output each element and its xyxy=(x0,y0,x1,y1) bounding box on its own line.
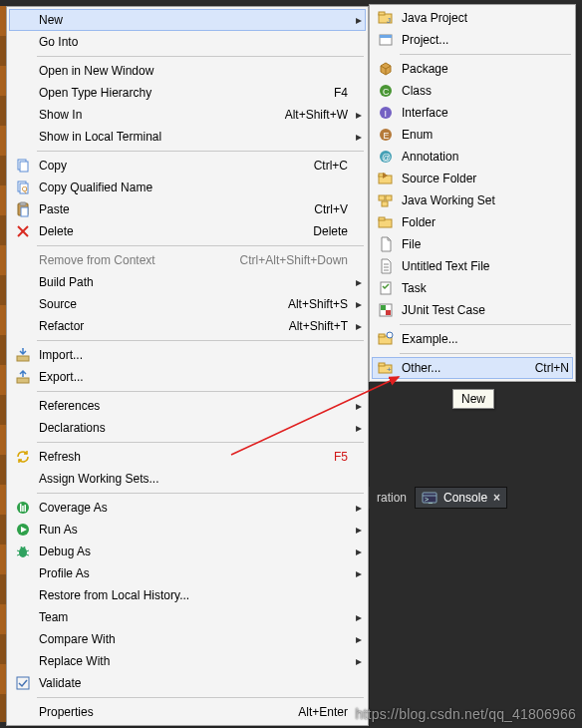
svg-rect-45 xyxy=(379,217,385,220)
menu-item-new[interactable]: New ▸ xyxy=(9,9,366,31)
blank-icon xyxy=(13,34,33,50)
menu-item-properties[interactable]: Properties Alt+Enter xyxy=(9,701,366,723)
paste-icon xyxy=(13,201,33,217)
submenu-item-project[interactable]: Project... xyxy=(372,29,573,51)
blank-icon xyxy=(13,12,33,28)
menu-item-open-type-hierarchy[interactable]: Open Type Hierarchy F4 xyxy=(9,82,366,104)
menu-item-validate[interactable]: Validate xyxy=(9,672,366,694)
menu-item-references[interactable]: References ▸ xyxy=(9,395,366,417)
blank-icon xyxy=(13,129,33,145)
menu-item-replace-with[interactable]: Replace With ▸ xyxy=(9,650,366,672)
submenu-item-interface[interactable]: I Interface xyxy=(372,102,573,124)
task-icon xyxy=(376,280,396,296)
blank-icon xyxy=(13,252,33,268)
menu-item-restore-local-history[interactable]: Restore from Local History... xyxy=(9,584,366,606)
menu-item-go-into[interactable]: Go Into xyxy=(9,31,366,53)
menu-item-label: Source Folder xyxy=(402,172,569,185)
menu-item-accel: Ctrl+V xyxy=(314,202,348,216)
submenu-arrow-icon: ▸ xyxy=(348,523,362,537)
submenu-item-file[interactable]: File xyxy=(372,233,573,255)
menu-item-open-new-window[interactable]: Open in New Window xyxy=(9,60,366,82)
svg-rect-7 xyxy=(21,207,28,216)
tab-partial-label[interactable]: ration xyxy=(369,488,415,508)
menu-item-label: Project... xyxy=(402,33,569,47)
menu-item-label: Java Project xyxy=(402,11,569,25)
blank-icon xyxy=(13,565,33,581)
svg-rect-30 xyxy=(380,35,392,38)
blank-icon xyxy=(13,609,33,625)
export-icon xyxy=(13,369,33,385)
submenu-item-folder[interactable]: Folder xyxy=(372,211,573,233)
menu-item-debug-as[interactable]: Debug As ▸ xyxy=(9,541,366,562)
menu-item-label: Build Path xyxy=(39,275,348,289)
submenu-item-class[interactable]: C Class xyxy=(372,80,573,102)
submenu-arrow-icon: ▸ xyxy=(348,319,362,333)
menu-item-paste[interactable]: Paste Ctrl+V xyxy=(9,198,366,220)
submenu-item-junit-test-case[interactable]: JUnit Test Case xyxy=(372,299,573,321)
menu-item-show-in-local-terminal[interactable]: Show in Local Terminal ▸ xyxy=(9,126,366,148)
copy-icon xyxy=(13,158,33,174)
submenu-item-java-working-set[interactable]: Java Working Set xyxy=(372,189,573,211)
menu-item-label: Compare With xyxy=(39,632,348,646)
menu-item-accel: Ctrl+N xyxy=(535,361,569,375)
menu-item-refresh[interactable]: Refresh F5 xyxy=(9,446,366,468)
submenu-item-task[interactable]: Task xyxy=(372,277,573,299)
menu-separator xyxy=(400,54,571,55)
other-icon: + xyxy=(376,360,396,376)
menu-item-copy-qualified-name[interactable]: Q Copy Qualified Name xyxy=(9,177,366,198)
menu-item-declarations[interactable]: Declarations ▸ xyxy=(9,417,366,439)
menu-item-label: Export... xyxy=(39,370,348,384)
submenu-item-example[interactable]: Example... xyxy=(372,328,573,350)
submenu-item-java-project[interactable]: J Java Project xyxy=(372,7,573,29)
menu-item-refactor[interactable]: Refactor Alt+Shift+T ▸ xyxy=(9,315,366,337)
submenu-arrow-icon: ▸ xyxy=(348,130,362,144)
menu-item-copy[interactable]: Copy Ctrl+C xyxy=(9,155,366,177)
menu-item-label: Import... xyxy=(39,348,348,362)
blank-icon xyxy=(13,318,33,334)
blank-icon xyxy=(13,704,33,720)
menu-item-coverage-as[interactable]: Coverage As ▸ xyxy=(9,497,366,519)
submenu-item-annotation[interactable]: @ Annotation xyxy=(372,146,573,168)
menu-separator xyxy=(400,324,571,325)
submenu-item-package[interactable]: Package xyxy=(372,58,573,80)
submenu-item-enum[interactable]: E Enum xyxy=(372,124,573,146)
menu-item-export[interactable]: Export... xyxy=(9,366,366,388)
menu-item-assign-working-sets[interactable]: Assign Working Sets... xyxy=(9,468,366,490)
menu-item-run-as[interactable]: Run As ▸ xyxy=(9,519,366,541)
menu-separator xyxy=(37,56,364,57)
tooltip-label: New xyxy=(461,392,485,406)
svg-rect-43 xyxy=(382,201,388,206)
menu-item-label: Folder xyxy=(402,215,569,229)
submenu-item-untitled-text-file[interactable]: Untitled Text File xyxy=(372,255,573,277)
blank-icon xyxy=(13,63,33,79)
folder-icon xyxy=(376,214,396,230)
menu-item-label: Interface xyxy=(402,106,569,120)
menu-item-accel: Alt+Shift+S xyxy=(288,297,348,311)
menu-item-remove-from-context[interactable]: Remove from Context Ctrl+Alt+Shift+Down xyxy=(9,249,366,271)
submenu-item-other[interactable]: + Other... Ctrl+N xyxy=(372,357,573,379)
menu-item-label: Copy xyxy=(39,159,304,173)
tab-close-icon[interactable]: × xyxy=(493,491,500,505)
menu-item-label: Other... xyxy=(402,361,525,375)
menu-item-accel: Ctrl+Alt+Shift+Down xyxy=(240,253,348,267)
menu-item-delete[interactable]: Delete Delete xyxy=(9,220,366,242)
svg-rect-57 xyxy=(379,363,385,366)
menu-item-show-in[interactable]: Show In Alt+Shift+W ▸ xyxy=(9,104,366,126)
menu-item-label: Debug As xyxy=(39,545,348,558)
menu-item-label: Refresh xyxy=(39,450,324,464)
menu-item-team[interactable]: Team ▸ xyxy=(9,606,366,628)
menu-item-compare-with[interactable]: Compare With ▸ xyxy=(9,628,366,650)
tab-console[interactable]: >_ Console × xyxy=(415,487,507,509)
menu-item-label: Restore from Local History... xyxy=(39,588,348,602)
menu-item-label: Coverage As xyxy=(39,501,348,515)
menu-item-build-path[interactable]: Build Path ▸ xyxy=(9,271,366,293)
menu-item-source[interactable]: Source Alt+Shift+S ▸ xyxy=(9,293,366,315)
svg-rect-13 xyxy=(20,504,22,512)
submenu-item-source-folder[interactable]: Source Folder xyxy=(372,168,573,189)
svg-point-18 xyxy=(19,547,27,557)
submenu-arrow-icon: ▸ xyxy=(348,632,362,646)
menu-item-import[interactable]: Import... xyxy=(9,344,366,366)
menu-item-label: New xyxy=(39,13,348,27)
menu-item-profile-as[interactable]: Profile As ▸ xyxy=(9,562,366,584)
coverage-icon xyxy=(13,500,33,516)
